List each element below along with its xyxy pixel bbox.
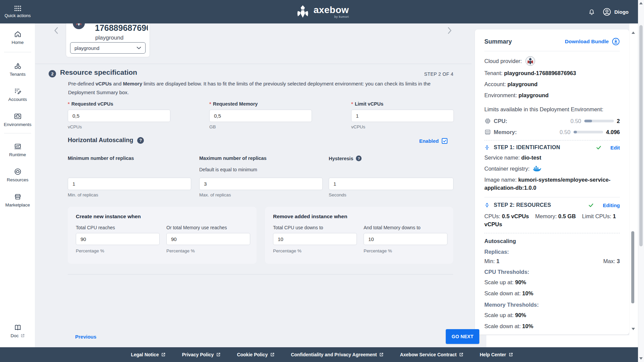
memory-usage-bar [574, 131, 603, 133]
tenant-number: 1768896876963 [95, 23, 148, 33]
environment-select[interactable]: playground [70, 42, 146, 54]
memory-limit-row: Memory: 0.50 4.096 [484, 129, 620, 135]
unfold-icon[interactable] [484, 202, 490, 208]
grid-icon [14, 5, 22, 11]
requested-vcpus-input[interactable] [68, 110, 170, 122]
autoscaling-enabled-toggle[interactable]: Enabled [419, 138, 447, 144]
brand-name: axebow [314, 5, 349, 15]
requested-vcpus-label: *Requested vCPUs [68, 101, 113, 107]
sidebar-item-runtime[interactable]: Runtime [0, 142, 35, 157]
check-icon [443, 139, 446, 143]
download-bundle-button[interactable]: Download Bundle [565, 38, 620, 46]
scale-down-memory-hint: Percentage % [364, 248, 392, 253]
storefront-icon [14, 193, 22, 201]
cpu-scale-down-row: Scale down at: 10% [484, 289, 620, 297]
scale-down-title: Remove added instance when [273, 214, 347, 220]
user-name: Diogo [614, 9, 629, 15]
external-link-icon [216, 352, 221, 357]
brand-subtitle: by kumori [334, 15, 349, 18]
scale-up-memory-input[interactable] [166, 233, 250, 245]
sidebar-divider [4, 133, 31, 133]
notifications-button[interactable] [588, 8, 596, 16]
carousel-previous-button[interactable] [52, 26, 61, 36]
scrollbar-thumb[interactable] [639, 25, 643, 246]
page-scrollbar[interactable] [638, 0, 644, 362]
ship-logo-icon [295, 5, 311, 19]
summary-scrollbar[interactable] [629, 23, 638, 347]
sidebar-item-label: Tenants [10, 72, 25, 77]
footer-link-cookie-policy[interactable]: Cookie Policy [237, 352, 275, 357]
tenant-card[interactable]: 1768896876963 playground playground [66, 23, 150, 57]
scale-down-cpu-input[interactable] [273, 233, 357, 245]
sidebar-item-doc[interactable]: Doc [0, 323, 35, 338]
environment-row: Environment: playground [484, 91, 620, 99]
footer-link-confidentiality[interactable]: Confidentiality and Privacy Agreement [291, 352, 384, 357]
memory-scale-down-row: Scale down at: 10% [484, 322, 620, 330]
memory-label: Memory: [494, 129, 517, 135]
help-icon[interactable]: ? [137, 137, 144, 144]
memory-scale-up-row: Scale up at: 90% [484, 311, 620, 319]
sidebar-item-marketplace[interactable]: Marketplace [0, 193, 35, 207]
footer-link-privacy-policy[interactable]: Privacy Policy [182, 352, 221, 357]
limit-vcpus-input[interactable] [351, 110, 454, 122]
divider [484, 51, 620, 51]
requested-memory-input[interactable] [209, 110, 312, 122]
sidebar-item-label: Accounts [8, 97, 27, 102]
footer-link-help-center[interactable]: Help Center [480, 352, 513, 357]
sidebar-item-label: Runtime [9, 152, 26, 157]
scroll-down-arrow[interactable] [632, 328, 635, 330]
enabled-label: Enabled [419, 138, 439, 144]
scroll-up-arrow[interactable] [639, 2, 643, 4]
footer-link-service-contract[interactable]: Axebow Service Contract [400, 352, 464, 357]
external-link-icon [459, 352, 464, 357]
external-link-icon [20, 334, 25, 338]
account-row: Account: playground [484, 80, 620, 88]
max-replicas-note: Default is equal to minimum [199, 167, 257, 172]
cloud-provider-icon [525, 56, 535, 66]
bell-icon [588, 8, 596, 16]
scroll-down-arrow[interactable] [639, 357, 643, 360]
max-replicas-input[interactable] [199, 178, 323, 190]
cpu-limit-row: CPU: 0.50 2 [484, 118, 620, 124]
sidebar-item-home[interactable]: Home [0, 30, 35, 45]
user-menu[interactable]: Diogo [602, 7, 629, 16]
scale-up-memory-hint: Percentage % [166, 248, 195, 253]
summary-title: Summary [484, 38, 512, 45]
sidebar-item-label: Environments [4, 122, 32, 127]
check-icon [596, 144, 602, 150]
scroll-up-arrow[interactable] [632, 32, 635, 34]
environment-select-value: playground [74, 45, 99, 51]
step1-edit-link[interactable]: Edit [610, 145, 620, 150]
scrollbar-thumb[interactable] [631, 231, 634, 303]
step1-title: STEP 1: IDENTIFICATION [494, 144, 560, 150]
scale-up-cpu-hint: Percentage % [76, 248, 104, 253]
sidebar-item-environments[interactable]: Environments [0, 112, 35, 127]
previous-button[interactable]: Previous [75, 334, 96, 340]
go-next-button[interactable]: GO NEXT [446, 329, 479, 344]
scale-down-panel: Remove added instance when Total CPU use… [265, 207, 453, 264]
sidebar-item-label: Doc [10, 333, 18, 338]
help-icon[interactable]: ? [356, 156, 362, 161]
enabled-checkbox[interactable] [442, 138, 447, 144]
step2-editing-link[interactable]: Editing [603, 202, 620, 208]
requested-memory-label: *Requested Memory [209, 101, 258, 107]
footer: Legal Notice Privacy Policy Cookie Polic… [0, 347, 644, 362]
divider [484, 197, 620, 197]
scale-up-cpu-input[interactable] [76, 233, 160, 245]
scale-down-memory-input[interactable] [364, 233, 447, 245]
footer-link-legal-notice[interactable]: Legal Notice [131, 352, 166, 357]
sidebar-item-accounts[interactable]: Accounts [0, 87, 35, 102]
sidebar-item-tenants[interactable]: Tenants [0, 62, 35, 77]
memory-thresholds-title: Memory Thresholds: [484, 302, 620, 308]
top-header: Quick actions axebow by kumori Dio [0, 0, 644, 23]
sidebar-item-resources[interactable]: Resources [0, 168, 35, 182]
external-link-icon [161, 352, 166, 357]
hysteresis-input[interactable] [329, 178, 453, 190]
carousel-next-button[interactable] [445, 26, 454, 36]
cloud-circle-icon [14, 168, 22, 176]
quick-actions-button[interactable]: Quick actions [0, 0, 35, 23]
cloud-box-icon [14, 112, 22, 120]
page-title: Resource specification [60, 68, 137, 76]
unfold-icon[interactable] [484, 145, 490, 150]
min-replicas-input[interactable] [68, 178, 191, 190]
